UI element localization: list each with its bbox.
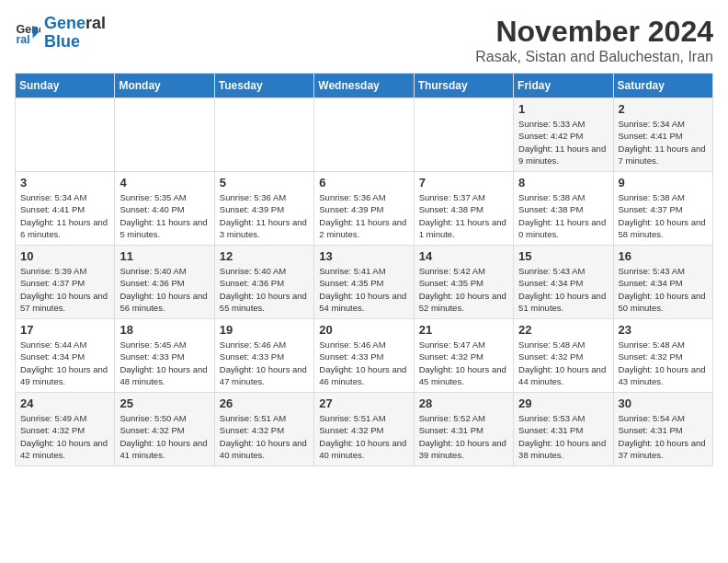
day-number: 25 bbox=[119, 396, 209, 410]
day-number: 9 bbox=[619, 176, 708, 190]
day-info: Sunrise: 5:33 AM Sunset: 4:42 PM Dayligh… bbox=[518, 118, 608, 167]
day-number: 15 bbox=[518, 249, 608, 263]
day-cell: 4Sunrise: 5:35 AM Sunset: 4:40 PM Daylig… bbox=[115, 172, 214, 246]
day-cell bbox=[115, 98, 214, 172]
day-cell bbox=[214, 98, 313, 172]
day-cell: 26Sunrise: 5:51 AM Sunset: 4:32 PM Dayli… bbox=[214, 393, 313, 466]
day-cell: 14Sunrise: 5:42 AM Sunset: 4:35 PM Dayli… bbox=[414, 246, 513, 319]
day-cell: 9Sunrise: 5:38 AM Sunset: 4:37 PM Daylig… bbox=[613, 172, 712, 246]
day-info: Sunrise: 5:34 AM Sunset: 4:41 PM Dayligh… bbox=[619, 118, 708, 167]
day-number: 11 bbox=[119, 249, 209, 263]
day-info: Sunrise: 5:50 AM Sunset: 4:32 PM Dayligh… bbox=[119, 412, 209, 461]
day-info: Sunrise: 5:49 AM Sunset: 4:32 PM Dayligh… bbox=[20, 412, 109, 461]
day-number: 16 bbox=[619, 249, 708, 263]
day-cell: 11Sunrise: 5:40 AM Sunset: 4:36 PM Dayli… bbox=[115, 246, 214, 319]
day-number: 19 bbox=[220, 323, 309, 337]
day-cell: 15Sunrise: 5:43 AM Sunset: 4:34 PM Dayli… bbox=[514, 246, 613, 319]
day-number: 21 bbox=[419, 323, 508, 337]
calendar-table: SundayMondayTuesdayWednesdayThursdayFrid… bbox=[15, 73, 713, 466]
day-cell: 29Sunrise: 5:53 AM Sunset: 4:31 PM Dayli… bbox=[514, 393, 613, 466]
day-cell: 27Sunrise: 5:51 AM Sunset: 4:32 PM Dayli… bbox=[314, 393, 414, 466]
day-number: 1 bbox=[518, 102, 608, 116]
day-cell: 23Sunrise: 5:48 AM Sunset: 4:32 PM Dayli… bbox=[613, 319, 712, 393]
day-header-friday: Friday bbox=[514, 74, 613, 98]
day-info: Sunrise: 5:41 AM Sunset: 4:35 PM Dayligh… bbox=[319, 265, 408, 314]
svg-text:ral: ral bbox=[16, 33, 29, 46]
day-cell: 13Sunrise: 5:41 AM Sunset: 4:35 PM Dayli… bbox=[314, 246, 414, 319]
day-number: 5 bbox=[220, 176, 309, 190]
day-cell: 17Sunrise: 5:44 AM Sunset: 4:34 PM Dayli… bbox=[16, 319, 115, 393]
day-info: Sunrise: 5:38 AM Sunset: 4:37 PM Dayligh… bbox=[619, 191, 708, 240]
day-number: 20 bbox=[319, 323, 408, 337]
day-info: Sunrise: 5:48 AM Sunset: 4:32 PM Dayligh… bbox=[518, 339, 608, 387]
day-number: 17 bbox=[20, 323, 109, 337]
day-info: Sunrise: 5:51 AM Sunset: 4:32 PM Dayligh… bbox=[319, 412, 408, 461]
day-number: 22 bbox=[518, 323, 608, 337]
day-header-saturday: Saturday bbox=[613, 74, 712, 98]
day-number: 3 bbox=[20, 176, 109, 190]
day-cell bbox=[414, 98, 513, 172]
calendar-title: November 2024 bbox=[475, 15, 713, 49]
day-number: 10 bbox=[20, 249, 109, 263]
day-info: Sunrise: 5:46 AM Sunset: 4:33 PM Dayligh… bbox=[220, 339, 309, 387]
day-cell: 30Sunrise: 5:54 AM Sunset: 4:31 PM Dayli… bbox=[613, 393, 712, 466]
day-info: Sunrise: 5:37 AM Sunset: 4:38 PM Dayligh… bbox=[419, 191, 508, 240]
day-info: Sunrise: 5:51 AM Sunset: 4:32 PM Dayligh… bbox=[220, 412, 309, 461]
day-info: Sunrise: 5:46 AM Sunset: 4:33 PM Dayligh… bbox=[319, 339, 408, 387]
logo-text-line1: General bbox=[44, 15, 106, 33]
day-cell: 24Sunrise: 5:49 AM Sunset: 4:32 PM Dayli… bbox=[16, 393, 115, 466]
header: Gene ral General Blue November 2024 Rasa… bbox=[15, 15, 713, 65]
day-cell: 6Sunrise: 5:36 AM Sunset: 4:39 PM Daylig… bbox=[314, 172, 414, 246]
day-info: Sunrise: 5:38 AM Sunset: 4:38 PM Dayligh… bbox=[518, 191, 608, 240]
day-info: Sunrise: 5:42 AM Sunset: 4:35 PM Dayligh… bbox=[419, 265, 508, 314]
day-header-thursday: Thursday bbox=[414, 74, 513, 98]
day-info: Sunrise: 5:39 AM Sunset: 4:37 PM Dayligh… bbox=[20, 265, 109, 314]
day-cell bbox=[16, 98, 115, 172]
day-number: 7 bbox=[419, 176, 508, 190]
day-info: Sunrise: 5:45 AM Sunset: 4:33 PM Dayligh… bbox=[119, 339, 209, 387]
day-cell: 18Sunrise: 5:45 AM Sunset: 4:33 PM Dayli… bbox=[115, 319, 214, 393]
day-info: Sunrise: 5:43 AM Sunset: 4:34 PM Dayligh… bbox=[619, 265, 708, 314]
logo-text-line2: Blue bbox=[44, 33, 106, 52]
day-info: Sunrise: 5:43 AM Sunset: 4:34 PM Dayligh… bbox=[518, 265, 608, 314]
day-cell: 28Sunrise: 5:52 AM Sunset: 4:31 PM Dayli… bbox=[414, 393, 513, 466]
day-cell: 1Sunrise: 5:33 AM Sunset: 4:42 PM Daylig… bbox=[514, 98, 613, 172]
day-number: 24 bbox=[20, 396, 109, 410]
day-header-sunday: Sunday bbox=[16, 74, 115, 98]
logo-icon: Gene ral bbox=[15, 20, 40, 46]
day-info: Sunrise: 5:52 AM Sunset: 4:31 PM Dayligh… bbox=[419, 412, 508, 461]
day-info: Sunrise: 5:40 AM Sunset: 4:36 PM Dayligh… bbox=[119, 265, 209, 314]
day-cell: 20Sunrise: 5:46 AM Sunset: 4:33 PM Dayli… bbox=[314, 319, 414, 393]
day-number: 4 bbox=[119, 176, 209, 190]
week-row-5: 24Sunrise: 5:49 AM Sunset: 4:32 PM Dayli… bbox=[16, 393, 713, 466]
day-cell: 2Sunrise: 5:34 AM Sunset: 4:41 PM Daylig… bbox=[613, 98, 712, 172]
day-info: Sunrise: 5:40 AM Sunset: 4:36 PM Dayligh… bbox=[220, 265, 309, 314]
day-info: Sunrise: 5:34 AM Sunset: 4:41 PM Dayligh… bbox=[20, 191, 109, 240]
week-row-4: 17Sunrise: 5:44 AM Sunset: 4:34 PM Dayli… bbox=[16, 319, 713, 393]
week-row-2: 3Sunrise: 5:34 AM Sunset: 4:41 PM Daylig… bbox=[16, 172, 713, 246]
day-cell: 19Sunrise: 5:46 AM Sunset: 4:33 PM Dayli… bbox=[214, 319, 313, 393]
day-number: 27 bbox=[319, 396, 408, 410]
day-cell: 12Sunrise: 5:40 AM Sunset: 4:36 PM Dayli… bbox=[214, 246, 313, 319]
title-section: November 2024 Rasak, Sistan and Baluches… bbox=[475, 15, 713, 65]
day-cell: 5Sunrise: 5:36 AM Sunset: 4:39 PM Daylig… bbox=[214, 172, 313, 246]
day-cell: 16Sunrise: 5:43 AM Sunset: 4:34 PM Dayli… bbox=[613, 246, 712, 319]
day-number: 14 bbox=[419, 249, 508, 263]
day-header-tuesday: Tuesday bbox=[214, 74, 313, 98]
day-number: 23 bbox=[619, 323, 708, 337]
day-cell: 8Sunrise: 5:38 AM Sunset: 4:38 PM Daylig… bbox=[514, 172, 613, 246]
day-info: Sunrise: 5:47 AM Sunset: 4:32 PM Dayligh… bbox=[419, 339, 508, 387]
day-number: 6 bbox=[319, 176, 408, 190]
day-cell: 10Sunrise: 5:39 AM Sunset: 4:37 PM Dayli… bbox=[16, 246, 115, 319]
days-header-row: SundayMondayTuesdayWednesdayThursdayFrid… bbox=[16, 74, 713, 98]
day-header-wednesday: Wednesday bbox=[314, 74, 414, 98]
day-number: 2 bbox=[619, 102, 708, 116]
week-row-3: 10Sunrise: 5:39 AM Sunset: 4:37 PM Dayli… bbox=[16, 246, 713, 319]
week-row-1: 1Sunrise: 5:33 AM Sunset: 4:42 PM Daylig… bbox=[16, 98, 713, 172]
day-number: 13 bbox=[319, 249, 408, 263]
day-info: Sunrise: 5:54 AM Sunset: 4:31 PM Dayligh… bbox=[619, 412, 708, 461]
day-number: 8 bbox=[518, 176, 608, 190]
day-info: Sunrise: 5:53 AM Sunset: 4:31 PM Dayligh… bbox=[518, 412, 608, 461]
day-number: 18 bbox=[119, 323, 209, 337]
day-cell: 7Sunrise: 5:37 AM Sunset: 4:38 PM Daylig… bbox=[414, 172, 513, 246]
